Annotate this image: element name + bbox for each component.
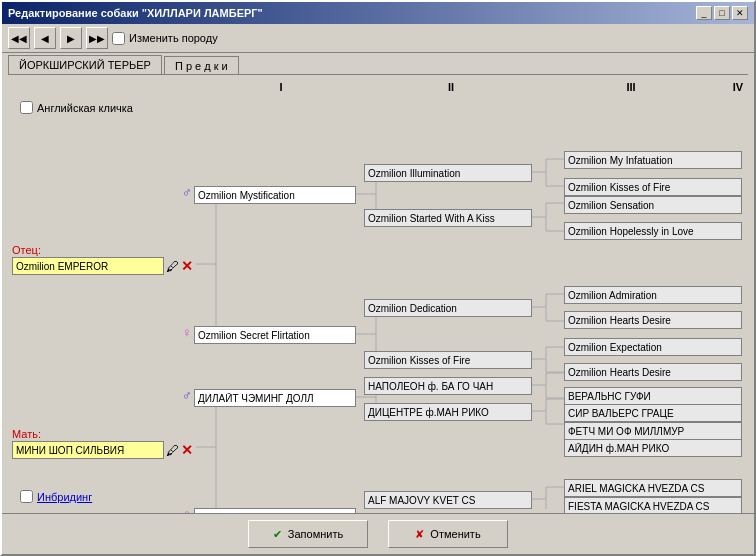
col4-4-input[interactable] [564,222,742,240]
col3-7-input[interactable] [364,491,532,509]
english-name-checkbox[interactable] [20,101,33,114]
footer: ✔ Запомнить ✘ Отменить [2,513,754,554]
nav-prev-button[interactable]: ◀ [34,27,56,49]
inbreeding-checkbox[interactable] [20,490,33,503]
mother-delete-icon[interactable]: ✕ [181,442,193,458]
nav-last-button[interactable]: ▶▶ [86,27,108,49]
title-controls: _ □ ✕ [696,6,748,20]
col4-13-input[interactable] [564,479,742,497]
col2-3-input[interactable] [194,389,356,407]
pedigree-container: I II III IV Английская кличка [6,79,750,509]
tab-ancestors[interactable]: П р е д к и [164,56,239,75]
cancel-button[interactable]: ✘ Отменить [388,520,508,548]
col4-6-input[interactable] [564,311,742,329]
col2-1-input[interactable] [194,186,356,204]
change-breed-checkbox-label[interactable]: Изменить породу [112,32,218,45]
father-name-input[interactable] [12,257,164,275]
col-header-4: IV [726,81,750,93]
inbreeding-label: Инбридинг [37,491,92,503]
col2-2-input[interactable] [194,326,356,344]
col3-2-input[interactable] [364,209,532,227]
english-name-label: Английская кличка [37,102,133,114]
save-button[interactable]: ✔ Запомнить [248,520,368,548]
change-breed-checkbox[interactable] [112,32,125,45]
col4-14-input[interactable] [564,497,742,513]
col4-8-input[interactable] [564,363,742,381]
mother-edit-icon[interactable]: 🖊 [166,443,179,458]
col-header-1: I [196,81,366,93]
minimize-button[interactable]: _ [696,6,712,20]
cancel-label: Отменить [430,528,480,540]
col4-11-input[interactable] [564,422,742,440]
col4-2-input[interactable] [564,178,742,196]
tab-breed[interactable]: ЙОРКШИРСКИЙ ТЕРЬЕР [8,55,162,75]
col3-4-input[interactable] [364,351,532,369]
col2-4-input[interactable] [194,508,356,513]
window-title: Редактирование собаки "ХИЛЛАРИ ЛАМБЕРГ" [8,7,263,19]
father-label: Отец: [12,244,41,256]
col3-1-input[interactable] [364,164,532,182]
col-header-3: III [536,81,726,93]
col-header-2: II [366,81,536,93]
main-window: Редактирование собаки "ХИЛЛАРИ ЛАМБЕРГ" … [0,0,756,556]
mother-name-input[interactable] [12,441,164,459]
col2-1-gender-icon: ♂ [182,185,192,200]
save-icon: ✔ [273,528,282,541]
col4-5-input[interactable] [564,286,742,304]
col2-4-gender-icon: ♀ [182,507,192,513]
col4-7-input[interactable] [564,338,742,356]
col3-3-input[interactable] [364,299,532,317]
col4-12-input[interactable] [564,439,742,457]
maximize-button[interactable]: □ [714,6,730,20]
father-delete-icon[interactable]: ✕ [181,258,193,274]
nav-next-button[interactable]: ▶ [60,27,82,49]
father-edit-icon[interactable]: 🖊 [166,259,179,274]
nav-first-button[interactable]: ◀◀ [8,27,30,49]
col3-5-input[interactable] [364,377,532,395]
inbreeding-section: Инбридинг [20,490,92,503]
col2-2-gender-icon: ♀ [182,325,192,340]
toolbar: ◀◀ ◀ ▶ ▶▶ Изменить породу [2,24,754,53]
content-area: I II III IV Английская кличка [2,75,754,513]
col3-6-input[interactable] [364,403,532,421]
col4-1-input[interactable] [564,151,742,169]
title-bar: Редактирование собаки "ХИЛЛАРИ ЛАМБЕРГ" … [2,2,754,24]
change-breed-label: Изменить породу [129,32,218,44]
cancel-icon: ✘ [415,528,424,541]
english-name-section: Английская кличка [20,101,133,114]
col4-9-input[interactable] [564,387,742,405]
col2-3-gender-icon: ♂ [182,388,192,403]
save-label: Запомнить [288,528,343,540]
col4-3-input[interactable] [564,196,742,214]
col4-10-input[interactable] [564,404,742,422]
close-button[interactable]: ✕ [732,6,748,20]
mother-label: Мать: [12,428,41,440]
